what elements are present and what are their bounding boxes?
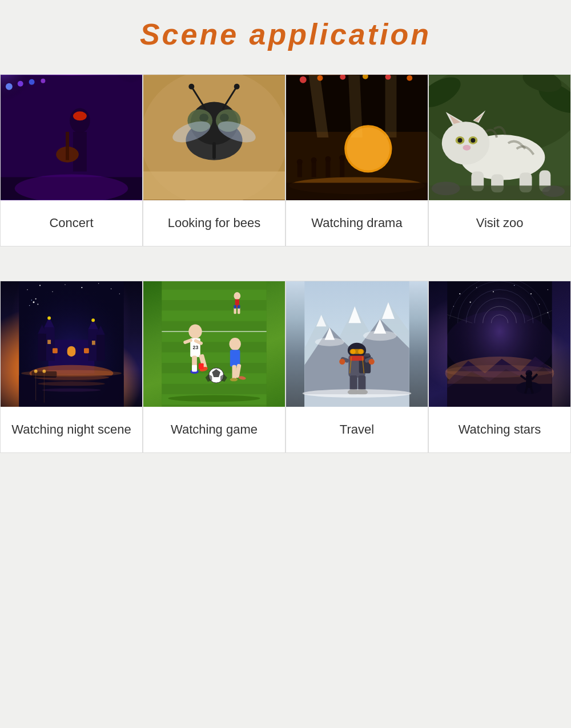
scene-image-bees [143,75,285,200]
scene-label-stars: Watching stars [429,407,570,452]
svg-marker-36 [385,75,397,137]
scene-label-game: Watching game [143,407,285,452]
svg-rect-101 [53,348,58,353]
svg-point-66 [458,138,463,143]
svg-point-111 [42,389,101,392]
scene-cell-bees: Looking for bees [143,74,286,246]
svg-point-75 [542,185,565,197]
svg-point-84 [111,288,111,289]
svg-rect-49 [340,159,344,177]
svg-point-189 [459,293,460,294]
scene-cell-drama: Watching drama [286,74,428,246]
scene-image-stars [429,281,570,407]
svg-point-42 [407,75,412,81]
scene-image-concert [1,75,142,200]
svg-point-177 [369,359,375,365]
svg-point-20 [199,114,208,122]
svg-point-192 [514,285,514,286]
svg-point-193 [530,293,532,294]
scene-image-travel [286,281,428,407]
svg-point-68 [463,145,471,151]
svg-rect-10 [66,132,69,160]
svg-point-196 [470,302,471,303]
svg-point-44 [297,159,303,165]
svg-point-80 [52,292,53,292]
scene-cell-night: Watching night scene [0,281,143,453]
scene-image-night [1,281,142,407]
svg-rect-95 [96,335,105,361]
scene-cell-travel: Travel [286,281,428,453]
svg-rect-123 [162,353,266,363]
svg-point-83 [98,283,99,284]
svg-point-5 [29,79,35,85]
svg-rect-52 [286,183,428,200]
svg-point-85 [119,293,120,294]
scene-cell-concert: Concert [0,74,143,246]
page-wrapper: Scene application [0,0,571,476]
svg-point-172 [358,349,363,354]
svg-point-155 [168,395,260,402]
svg-point-74 [432,181,460,195]
svg-point-59 [442,122,489,164]
svg-rect-131 [234,305,236,309]
svg-point-194 [548,289,548,290]
scene-cell-stars: Watching stars [428,281,571,453]
svg-rect-22 [212,142,216,159]
svg-point-86 [33,301,35,303]
svg-point-127 [234,292,240,300]
svg-point-78 [27,289,27,290]
svg-point-165 [363,331,397,341]
svg-point-25 [188,84,194,90]
svg-point-81 [65,284,65,285]
svg-rect-142 [192,365,197,372]
svg-point-26 [234,84,240,90]
page-title: Scene application [0,0,571,74]
svg-point-50 [339,155,345,161]
svg-point-3 [6,83,13,90]
svg-point-191 [493,291,494,292]
svg-rect-120 [162,290,266,300]
svg-point-195 [453,306,454,306]
svg-point-212 [445,310,554,377]
svg-point-82 [81,287,82,288]
svg-point-89 [37,304,38,305]
svg-rect-100 [67,346,76,357]
svg-point-38 [317,75,323,81]
svg-point-88 [31,300,32,300]
svg-point-87 [35,298,37,300]
svg-point-190 [476,287,477,288]
scene-label-bees: Looking for bees [143,200,285,246]
svg-point-153 [230,378,238,381]
svg-point-133 [188,325,202,339]
scene-image-game: 23 [143,281,285,407]
scene-cell-game: 23 [143,281,286,453]
svg-rect-104 [92,341,95,345]
scene-grid-row1: Concert [0,74,571,246]
svg-point-149 [229,338,241,350]
scene-label-night: Watching night scene [1,407,142,452]
scene-label-zoo: Visit zoo [429,200,570,246]
scene-label-concert: Concert [1,200,142,246]
svg-point-21 [220,114,229,122]
svg-rect-206 [526,375,532,388]
svg-point-164 [315,338,344,346]
svg-point-197 [539,304,540,305]
svg-rect-29 [143,172,285,200]
svg-point-105 [47,317,51,320]
svg-point-185 [303,389,412,398]
svg-point-11 [73,111,87,120]
svg-point-46 [311,157,317,163]
scene-image-drama [286,75,428,200]
scene-cell-zoo: Visit zoo [428,74,571,246]
svg-rect-94 [38,334,46,361]
svg-rect-143 [199,363,204,369]
scene-grid-row2: Watching night scene [0,281,571,453]
svg-rect-132 [238,305,240,309]
svg-rect-43 [297,163,302,177]
svg-point-48 [325,156,331,162]
svg-point-6 [41,79,45,83]
svg-rect-45 [312,161,316,177]
svg-rect-102 [84,348,89,353]
row-spacer [0,246,571,281]
svg-rect-121 [162,310,266,321]
